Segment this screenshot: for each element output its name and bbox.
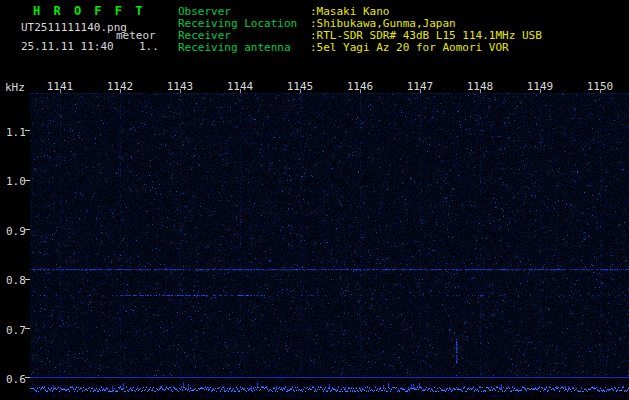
y-tick-label: 0.8 [6,274,28,287]
antenna-row: Receiving antenna:5el Yagi Az 20 for Aom… [178,42,542,54]
hrofft-window: H R O F F T UT2511111140.png meteor 25.1… [0,0,629,400]
y-axis-unit-label: kHz [5,81,25,94]
y-tick-label: 0.9 [6,225,28,238]
y-tick-label: 1.1 [6,126,28,139]
y-tick-label: 0.7 [6,324,28,337]
y-tick-label: 1.0 [6,175,28,188]
app-title: H R O F F T [33,4,145,18]
observation-datetime: 25.11.11 11:40 [21,40,114,53]
spectrogram-canvas [30,93,629,398]
y-tick-label: 0.6 [6,373,28,386]
observer-info-block: Observer:Masaki Kano Receiving Location:… [178,6,542,54]
antenna-label: Receiving antenna [178,42,310,54]
frame-count: 1.. [139,40,159,53]
output-filename: UT2511111140.png [21,21,127,34]
antenna-value: :5el Yagi Az 20 for Aomori VOR [310,41,509,54]
